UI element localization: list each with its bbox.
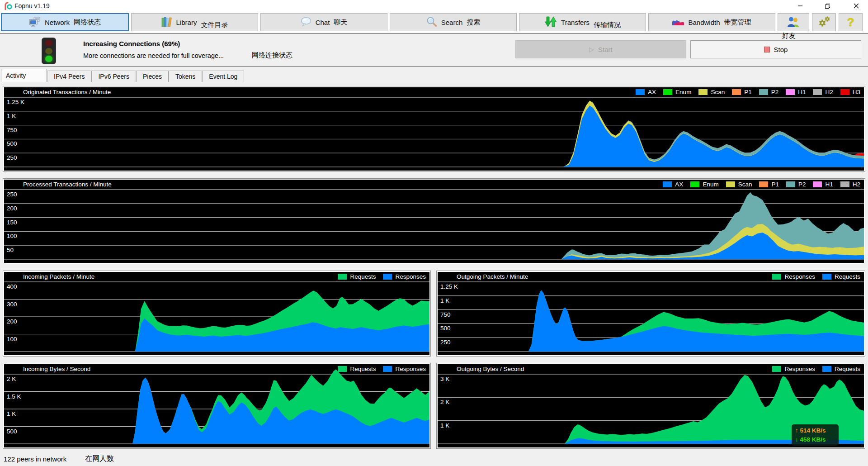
processed-transactions-chart[interactable]: 25020015010050Processed Transactions / M… bbox=[4, 180, 864, 263]
y-axis-tick-label: 3 K bbox=[440, 376, 449, 382]
toolbar-bandwidth-button[interactable]: Bandwidth 带宽管理 bbox=[648, 13, 775, 31]
legend-swatch bbox=[690, 181, 699, 187]
incoming-bytes-chart[interactable]: 2 K1.5 K1 K500Incoming Bytes / SecondReq… bbox=[4, 364, 429, 447]
chart-title: Incoming Bytes / Second bbox=[23, 366, 90, 372]
y-axis-tick-label: 750 bbox=[7, 127, 17, 133]
legend-item: P1 bbox=[759, 181, 779, 188]
legend-item: H1 bbox=[786, 89, 806, 95]
toolbar-button-label: Network bbox=[45, 19, 70, 26]
legend-swatch bbox=[813, 89, 822, 95]
legend-item: Responses bbox=[772, 366, 815, 372]
y-axis-tick-label: 1 K bbox=[440, 297, 449, 304]
tab-ipv4-peers[interactable]: IPv4 Peers bbox=[47, 71, 91, 82]
legend-item: Requests bbox=[338, 366, 376, 372]
toolbar-help-button[interactable]: ? bbox=[839, 13, 863, 31]
fopnu-logo-icon bbox=[4, 2, 13, 12]
series-ax bbox=[4, 106, 864, 167]
main-toolbar: Network 网络状态 Library 文件目录 Chat 聊天 bbox=[0, 12, 868, 33]
transfers-icon bbox=[544, 16, 557, 29]
legend-item: Responses bbox=[383, 366, 426, 372]
y-axis-tick-label: 1 K bbox=[7, 410, 16, 417]
legend-label: Enum bbox=[703, 181, 718, 188]
tab-pieces[interactable]: Pieces bbox=[136, 71, 169, 82]
tab-ipv6-peers[interactable]: IPv6 Peers bbox=[91, 71, 136, 82]
y-axis-tick-label: 1.25 K bbox=[7, 99, 24, 105]
toolbar-library-button[interactable]: Library 文件目录 bbox=[131, 13, 258, 31]
toolbar-settings-button[interactable] bbox=[812, 13, 836, 31]
toolbar-network-button[interactable]: Network 网络状态 bbox=[1, 13, 129, 31]
legend-label: Responses bbox=[784, 366, 815, 372]
tab-activity[interactable]: Activity bbox=[1, 69, 47, 82]
chart-panel-outgoing-packets: 1.25 K1 K750500250Outgoing Packets / Min… bbox=[436, 271, 865, 357]
tab-tokens[interactable]: Tokens bbox=[169, 71, 202, 82]
chart-legend: AXEnumScanP1P2H1H2H3 bbox=[636, 89, 860, 95]
y-axis-tick-label: 250 bbox=[7, 191, 17, 198]
chart-panel-processed-transactions: 25020015010050Processed Transactions / M… bbox=[3, 178, 865, 264]
peers-count: 122 peers in network bbox=[4, 455, 66, 463]
y-axis-tick-label: 100 bbox=[7, 233, 17, 239]
legend-item: Responses bbox=[772, 273, 815, 280]
close-button[interactable] bbox=[846, 0, 866, 12]
legend-label: H1 bbox=[825, 181, 833, 188]
y-axis-tick-label: 500 bbox=[7, 428, 17, 435]
restore-button[interactable] bbox=[817, 0, 837, 12]
traffic-light-red bbox=[45, 40, 52, 46]
legend-swatch bbox=[840, 181, 849, 187]
chart-canvas: 25020015010050 bbox=[4, 180, 864, 263]
stop-button-label: Stop bbox=[774, 46, 788, 53]
legend-swatch bbox=[636, 89, 645, 95]
legend-swatch bbox=[772, 366, 781, 372]
incoming-packets-chart[interactable]: 400300200100Incoming Packets / MinuteReq… bbox=[4, 272, 429, 355]
y-axis-tick-label: 300 bbox=[7, 301, 17, 308]
originated-transactions-chart[interactable]: 1.25 K1 K750500250Originated Transaction… bbox=[4, 87, 864, 171]
legend-swatch bbox=[663, 89, 672, 95]
play-icon: ▷ bbox=[589, 46, 594, 53]
chart-title: Outgoing Bytes / Second bbox=[457, 366, 524, 372]
outgoing-packets-chart[interactable]: 1.25 K1 K750500250Outgoing Packets / Min… bbox=[438, 272, 864, 355]
toolbar-button-label-zh: 搜索 bbox=[467, 18, 480, 27]
help-icon: ? bbox=[847, 15, 854, 29]
toolbar-button-label: Chat bbox=[316, 19, 330, 26]
legend-label: Requests bbox=[350, 366, 376, 372]
legend-label: H2 bbox=[853, 181, 860, 188]
network-icon bbox=[29, 17, 41, 28]
y-axis-tick-label: 750 bbox=[440, 311, 451, 318]
toolbar-button-label-zh: 文件目录 bbox=[201, 21, 228, 29]
legend-swatch bbox=[822, 366, 831, 372]
minimize-icon bbox=[797, 3, 803, 9]
minimize-button[interactable] bbox=[790, 0, 810, 12]
fopnu-window: { "window": { "title": "Fopnu v1.19" }, … bbox=[0, 0, 868, 466]
legend-label: Responses bbox=[395, 366, 426, 372]
search-icon bbox=[426, 16, 437, 29]
connection-status-subline-zh: 网络连接状态 bbox=[252, 51, 292, 60]
bandwidth-icon bbox=[672, 18, 684, 27]
upload-rate-value: 514 KB/s bbox=[800, 427, 826, 434]
y-axis-tick-label: 200 bbox=[7, 205, 17, 212]
outgoing-bytes-chart[interactable]: ↑ 514 KB/s ↓ 458 KB/s 3 K2 K1 KOutgoing … bbox=[438, 364, 864, 447]
legend-label: H1 bbox=[798, 89, 806, 95]
y-axis-tick-label: 100 bbox=[7, 336, 17, 342]
start-button-label: Start bbox=[598, 46, 613, 53]
toolbar-transfers-button[interactable]: Transfers 传输情况 bbox=[519, 13, 646, 31]
y-axis-tick-label: 1.25 K bbox=[440, 283, 458, 290]
legend-label: Scan bbox=[711, 89, 725, 95]
toolbar-chat-button[interactable]: Chat 聊天 bbox=[260, 13, 387, 31]
toolbar-friends-button[interactable] bbox=[778, 13, 809, 31]
legend-swatch bbox=[772, 274, 781, 280]
chart-title: Processed Transactions / Minute bbox=[23, 181, 112, 188]
legend-swatch bbox=[698, 89, 708, 95]
legend-item: Scan bbox=[726, 181, 752, 188]
chart-title: Outgoing Packets / Minute bbox=[457, 273, 528, 280]
legend-label: Enum bbox=[675, 89, 691, 95]
y-axis-tick-label: 1.5 K bbox=[7, 393, 21, 400]
y-axis-tick-label: 250 bbox=[440, 339, 451, 346]
stop-button[interactable]: Stop bbox=[690, 40, 861, 58]
chart-canvas: 1.25 K1 K750500250 bbox=[4, 87, 864, 171]
toolbar-button-label-zh: 聊天 bbox=[334, 18, 347, 27]
toolbar-search-button[interactable]: Search 搜索 bbox=[390, 13, 517, 31]
tab-event-log[interactable]: Event Log bbox=[202, 71, 244, 82]
legend-item: Requests bbox=[822, 366, 860, 372]
y-axis-tick-label: 2 K bbox=[440, 399, 449, 405]
start-button[interactable]: ▷ Start bbox=[515, 40, 686, 58]
y-axis-tick-label: 250 bbox=[7, 154, 17, 161]
